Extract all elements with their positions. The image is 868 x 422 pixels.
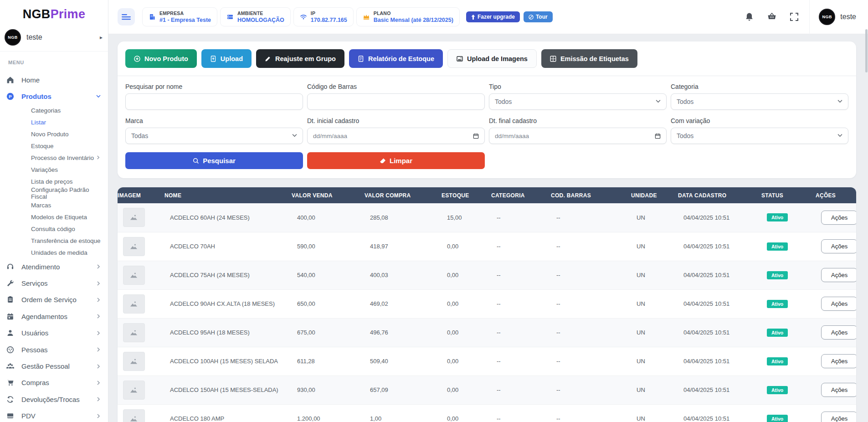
sidebar-item-agendamentos[interactable]: Agendamentos	[0, 308, 108, 324]
tipo-select[interactable]: Todos	[489, 93, 667, 110]
cell-status: Ativo	[761, 261, 816, 289]
subitem-label: Configuração Padrão Fiscal	[31, 186, 101, 200]
tour-label: Tour	[536, 14, 548, 20]
cell-valor-compra: 657,09	[365, 376, 442, 404]
field-label: Pesquisar por nome	[125, 83, 303, 90]
subitem-label: Listar	[31, 119, 46, 126]
sidebar-item-servicos[interactable]: Serviços	[0, 275, 108, 291]
menu-section-label: MENU	[0, 60, 108, 66]
row-actions-button[interactable]: Ações	[821, 297, 856, 311]
upload-imagens-button[interactable]: Upload de Imagens	[447, 49, 537, 68]
row-actions-button[interactable]: Ações	[821, 325, 856, 340]
file-upload-icon	[210, 56, 216, 62]
sidebar-item-pdv[interactable]: PDV	[0, 408, 108, 422]
topbar-user-menu[interactable]: NGB teste	[809, 0, 868, 34]
reajuste-em-grupo-button[interactable]: Reajuste em Grupo	[256, 49, 344, 68]
scrollbar-thumb[interactable]	[865, 29, 868, 72]
info-card-ambiente: AMBIENTEHOMOLOGAÇÃO	[220, 7, 291, 26]
sidebar-subitem-consulta-codigo[interactable]: Consulta código	[0, 223, 108, 235]
cell-categoria: --	[491, 232, 551, 261]
cell-acoes: Ações	[816, 318, 856, 347]
table-row: ACDELCO 60AH (24 MESES) 400,00 285,08 15…	[118, 203, 856, 232]
sidebar-subitem-lista-de-precos[interactable]: Lista de preços	[0, 175, 108, 187]
button-label: Emissão de Etiquetas	[560, 55, 629, 62]
calendar-icon	[473, 133, 479, 139]
basket-button[interactable]	[767, 13, 776, 21]
sidebar-subitem-unidades-de-medida[interactable]: Unidades de medida	[0, 247, 108, 258]
cell-imagem	[118, 404, 164, 422]
sidebar-item-gestao-pessoal[interactable]: Gestão Pessoal	[0, 358, 108, 374]
date-placeholder: dd/mm/aaaa	[313, 133, 347, 139]
sidebar-item-usuarios[interactable]: Usuários	[0, 325, 108, 341]
chevron-right-icon	[96, 314, 101, 319]
cell-cod-barras: --	[551, 232, 631, 261]
sidebar-toggle-button[interactable]	[118, 8, 135, 26]
marca-select[interactable]: Todas	[125, 128, 303, 144]
sidebar-subitem-configuracao-padrao-fiscal[interactable]: Configuração Padrão Fiscal	[0, 187, 108, 199]
search-icon	[193, 158, 199, 164]
sidebar-subitem-estoque[interactable]: Estoque	[0, 140, 108, 152]
pesquisar-button[interactable]: Pesquisar	[125, 152, 303, 169]
sidebar-subitem-processo-de-inventario[interactable]: Processo de Inventário	[0, 152, 108, 164]
novo-produto-button[interactable]: Novo Produto	[125, 49, 197, 68]
com-variacao-select[interactable]: Todos	[671, 128, 848, 144]
sidebar-item-produtos[interactable]: P Produtos	[0, 88, 108, 104]
sidebar-item-atendimento[interactable]: Atendimento	[0, 258, 108, 275]
brand-prime: Prime	[51, 7, 86, 21]
user-icon	[6, 329, 14, 337]
cell-valor-compra: 400,03	[365, 261, 442, 289]
sidebar-item-label: Produtos	[21, 93, 96, 100]
dt-final-input[interactable]: dd/mm/aaaa	[489, 128, 667, 144]
upgrade-button[interactable]: Fazer upgrade	[466, 11, 520, 22]
product-image-placeholder	[123, 409, 145, 422]
pesquisar-por-nome-input[interactable]	[125, 93, 303, 110]
product-image-placeholder	[123, 237, 145, 256]
emissao-etiquetas-button[interactable]: Emissão de Etiquetas	[541, 49, 637, 68]
svg-text:P: P	[9, 93, 12, 98]
sidebar-subitem-modelos-de-etiqueta[interactable]: Modelos de Etiqueta	[0, 211, 108, 223]
fullscreen-button[interactable]	[790, 13, 798, 21]
calendar-icon	[655, 133, 661, 139]
table-row: ACDELCO 100AH (15 MESES) SELADA 611,28 5…	[118, 347, 856, 376]
button-label: Upload de Imagens	[467, 55, 528, 62]
row-actions-button[interactable]: Ações	[821, 383, 856, 397]
row-actions-button[interactable]: Ações	[821, 268, 856, 282]
tour-button[interactable]: Tour	[524, 11, 553, 22]
status-badge: Ativo	[767, 415, 788, 422]
sidebar-item-devolucoes-trocas[interactable]: Devoluções/Trocas	[0, 391, 108, 407]
sidebar-subitem-categorias[interactable]: Categorias	[0, 104, 108, 116]
row-actions-button[interactable]: Ações	[821, 211, 856, 225]
row-actions-button[interactable]: Ações	[821, 412, 856, 422]
sidebar-subitem-variacoes[interactable]: Variações	[0, 164, 108, 175]
relatorio-estoque-button[interactable]: Relatório de Estoque	[349, 49, 443, 68]
chevron-right-icon	[96, 298, 101, 302]
row-actions-button[interactable]: Ações	[821, 354, 856, 368]
cell-unidade: UN	[631, 232, 678, 261]
limpar-button[interactable]: Limpar	[307, 152, 485, 169]
sidebar-item-ordem-de-servico[interactable]: Ordem de Serviço	[0, 292, 108, 308]
chevron-down-icon	[292, 134, 297, 139]
sidebar-menu: Home P Produtos Categorias Listar Novo P…	[0, 72, 108, 422]
sidebar-item-home[interactable]: Home	[0, 72, 108, 88]
sidebar-user-row[interactable]: NGB teste ▸	[0, 26, 108, 51]
sidebar-subitem-marcas[interactable]: Marcas	[0, 199, 108, 211]
filter-codigo-de-barras: Código de Barras	[307, 83, 485, 110]
basket-icon	[767, 13, 776, 21]
sidebar-item-pessoas[interactable]: Pessoas	[0, 341, 108, 358]
codigo-de-barras-input[interactable]	[307, 93, 485, 110]
status-badge: Ativo	[767, 300, 788, 308]
sidebar-subitem-novo-produto[interactable]: Novo Produto	[0, 128, 108, 140]
upload-button[interactable]: Upload	[201, 49, 252, 68]
dt-inicial-input[interactable]: dd/mm/aaaa	[307, 128, 485, 144]
sidebar-subitem-listar[interactable]: Listar	[0, 116, 108, 128]
sidebar-subitem-transferencia-de-estoque[interactable]: Transferência de estoque	[0, 235, 108, 247]
sidebar-item-compras[interactable]: Compras	[0, 375, 108, 391]
notifications-button[interactable]	[745, 12, 754, 22]
chevron-down-icon	[96, 94, 101, 98]
cell-nome: ACDELCO 70AH	[164, 232, 292, 261]
cell-unidade: UN	[631, 404, 678, 422]
row-actions-button[interactable]: Ações	[821, 239, 856, 253]
hamburger-icon	[122, 14, 131, 20]
filter-tipo: Tipo Todos	[489, 83, 667, 110]
categoria-select[interactable]: Todos	[671, 93, 848, 110]
